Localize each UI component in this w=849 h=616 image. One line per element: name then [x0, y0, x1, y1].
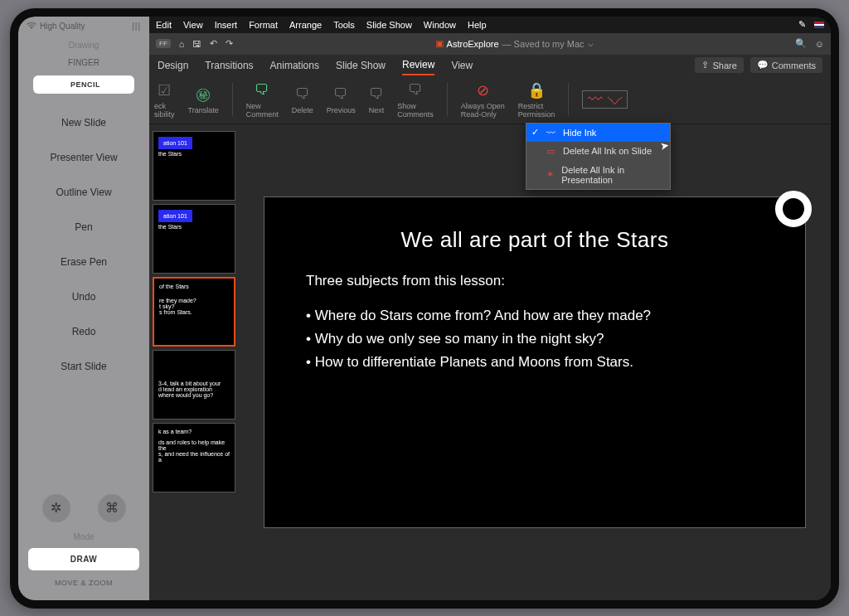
accessibility-icon: ☑ — [158, 81, 171, 99]
overlay-item-presenter-view[interactable]: Presenter View — [18, 140, 149, 175]
menu-arrange[interactable]: Arrange — [289, 20, 322, 30]
dropdown-delete-ink-presentation[interactable]: ✶ Delete All Ink in Presentation — [526, 161, 670, 189]
pencil-toggle[interactable]: PENCIL — [33, 75, 134, 94]
slide-thumbnails: ation 101 the Stars ation 101 the Stars … — [149, 124, 239, 600]
tab-review[interactable]: Review — [402, 56, 434, 75]
ipad-frame: High Quality ||| Drawing FINGER PENCIL N… — [10, 8, 839, 609]
check-accessibility-button[interactable]: ☑ ecksibility — [154, 81, 175, 119]
review-ribbon: ☑ ecksibility ㊙ Translate 🗨 NewComment 🗨… — [149, 76, 831, 124]
dropdown-hide-ink[interactable]: ✓ 〰 Hide Ink — [526, 124, 670, 142]
connection-quality: High Quality — [40, 22, 85, 31]
hide-ink-label: Hide Ink — [563, 128, 596, 138]
comments-label: Comments — [772, 61, 816, 70]
tab-design[interactable]: Design — [158, 56, 188, 75]
account-icon[interactable]: ☺ — [815, 39, 824, 49]
wifi-icon — [27, 22, 36, 30]
slide-title: We all are part of the Stars — [306, 227, 764, 253]
menu-slide-show[interactable]: Slide Show — [366, 20, 412, 30]
powerpoint-icon: ▣ — [435, 38, 444, 49]
menu-view[interactable]: View — [183, 20, 203, 30]
slide-canvas[interactable]: We all are part of the Stars Three subje… — [264, 196, 806, 528]
always-open-readonly-button[interactable]: ⊘ Always OpenRead-Only — [461, 81, 505, 119]
translate-icon: ㊙ — [196, 85, 211, 104]
mode-label: Mode — [28, 527, 139, 545]
comment-icon: 💬 — [757, 60, 769, 70]
thumbnail-2[interactable]: ation 101 the Stars — [153, 204, 235, 274]
next-icon: 🗨 — [369, 85, 384, 104]
bullet-2: Why do we only see so many in the night … — [306, 331, 764, 347]
lock-icon: 🔒 — [527, 81, 546, 99]
move-zoom-button[interactable]: MOVE & ZOOM — [28, 574, 139, 592]
menu-window[interactable]: Window — [424, 20, 456, 30]
menu-tools[interactable]: Tools — [333, 20, 355, 30]
pencil-icon[interactable]: ✎ — [798, 19, 806, 30]
ipad-screen: High Quality ||| Drawing FINGER PENCIL N… — [18, 17, 831, 600]
gear-icon: ✲ — [51, 500, 61, 516]
delete-ink-slide-label: Delete All Ink on Slide — [563, 146, 652, 156]
annotation-ring — [775, 191, 812, 227]
thumbnail-3[interactable]: of the Stars re they made? t sky? s from… — [153, 277, 235, 347]
translate-button[interactable]: ㊙ Translate — [188, 85, 219, 114]
overlay-menu-icon[interactable]: ||| — [132, 22, 141, 31]
search-icon[interactable]: 🔍 — [795, 38, 807, 49]
delete-ink-pres-icon: ✶ — [546, 169, 556, 180]
previous-comment-button[interactable]: 🗨 Previous — [327, 85, 356, 114]
ink-dropdown-menu: ✓ 〰 Hide Ink ▭ Delete All Ink on Slide ✶… — [526, 123, 671, 190]
delete-comment-icon: 🗨 — [295, 85, 310, 104]
menu-help[interactable]: Help — [468, 20, 487, 30]
share-button[interactable]: ⇪Share — [695, 57, 743, 73]
share-icon: ⇪ — [701, 60, 709, 70]
overlay-item-undo[interactable]: Undo — [18, 279, 149, 314]
menu-insert[interactable]: Insert — [215, 20, 238, 30]
thumbnail-5[interactable]: k as a team? ds and roles to help make t… — [153, 423, 235, 492]
chevron-down-icon[interactable]: ⌵ — [588, 38, 594, 49]
remote-overlay-panel: High Quality ||| Drawing FINGER PENCIL N… — [18, 17, 149, 600]
save-icon[interactable]: 🖫 — [192, 39, 201, 49]
new-comment-icon: 🗨 — [255, 81, 269, 99]
draw-mode-button[interactable]: DRAW — [28, 548, 139, 570]
overlay-item-pen[interactable]: Pen — [18, 210, 149, 245]
powerpoint-app: Edit View Insert Format Arrange Tools Sl… — [149, 17, 831, 600]
ink-dropdown-button[interactable]: 〰 ⌵ — [582, 90, 628, 109]
overlay-item-start-slide[interactable]: Start Slide — [18, 349, 149, 384]
show-comments-icon: 🗨 — [408, 81, 423, 99]
menu-bar: Edit View Insert Format Arrange Tools Sl… — [149, 17, 831, 33]
menu-format[interactable]: Format — [249, 20, 278, 30]
finger-row[interactable]: FINGER — [18, 53, 149, 72]
share-label: Share — [712, 61, 736, 70]
show-comments-button[interactable]: 🗨 ShowComments — [397, 81, 434, 119]
home-icon[interactable]: ⌂ — [179, 39, 185, 49]
pencil-label: PENCIL — [70, 80, 100, 89]
readonly-icon: ⊘ — [477, 81, 489, 99]
thumbnail-1[interactable]: ation 101 the Stars — [153, 131, 235, 201]
title-bar: FF ⌂ 🖫 ↶ ↷ ▣ AstroExplore — Saved to my … — [149, 33, 831, 55]
command-button[interactable]: ⌘ — [98, 494, 126, 522]
overlay-item-new-slide[interactable]: New Slide — [18, 105, 149, 140]
tab-slide-show[interactable]: Slide Show — [336, 56, 386, 75]
slide-bullets: Where do Stars come from? And how are th… — [306, 308, 764, 371]
comments-button[interactable]: 💬Comments — [750, 57, 822, 73]
overlay-item-erase-pen[interactable]: Erase Pen — [18, 245, 149, 279]
delete-ink-pres-label: Delete All Ink in Presentation — [561, 165, 663, 185]
drawing-section-label: Drawing — [18, 36, 149, 53]
check-icon: ✓ — [531, 127, 539, 138]
tab-animations[interactable]: Animations — [270, 56, 319, 75]
menu-edit[interactable]: Edit — [156, 20, 172, 30]
next-comment-button[interactable]: 🗨 Next — [369, 85, 385, 114]
delete-comment-button[interactable]: 🗨 Delete — [292, 85, 313, 114]
autosave-toggle[interactable]: FF — [156, 39, 171, 48]
settings-button[interactable]: ✲ — [42, 494, 70, 522]
ink-icon: 〰 ⌵ — [582, 90, 628, 109]
dropdown-delete-ink-slide[interactable]: ▭ Delete All Ink on Slide — [526, 142, 670, 161]
tab-transitions[interactable]: Transitions — [205, 56, 253, 75]
tab-view[interactable]: View — [451, 56, 473, 75]
new-comment-button[interactable]: 🗨 NewComment — [246, 81, 279, 119]
thumbnail-4[interactable]: 3-4, talk a bit about your d lead an exp… — [153, 350, 235, 420]
redo-icon[interactable]: ↷ — [226, 38, 233, 49]
overlay-item-outline-view[interactable]: Outline View — [18, 175, 149, 210]
restrict-permission-button[interactable]: 🔒 RestrictPermission — [518, 81, 555, 119]
overlay-item-redo[interactable]: Redo — [18, 314, 149, 349]
document-name: AstroExplore — [447, 39, 499, 49]
flag-icon[interactable] — [814, 22, 824, 28]
undo-icon[interactable]: ↶ — [210, 38, 217, 49]
